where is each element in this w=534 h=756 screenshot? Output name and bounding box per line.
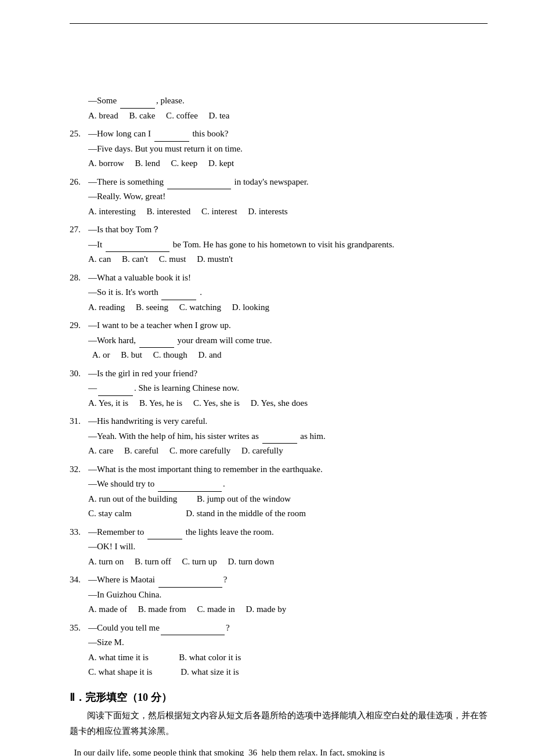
options-25: A. borrow B. lend C. keep D. kept — [70, 156, 488, 171]
options-31: A. care B. careful C. more carefully D. … — [70, 444, 488, 459]
q-text-32: —What is the most important thing to rem… — [88, 462, 323, 477]
question-30: 30. —Is the girl in red your friend? —. … — [70, 366, 488, 411]
q-num-35: 35. — [70, 621, 88, 636]
question-line-25: 25. —How long can I this book? — [70, 127, 488, 142]
question-line-31: 31. —His handwriting is very careful. — [70, 414, 488, 429]
options-32b: C. stay calm D. stand in the middle of t… — [70, 506, 488, 521]
q-text-33: —Remember to the lights leave the room. — [88, 525, 274, 540]
q-text-34: —Where is Maotai ? — [88, 573, 227, 588]
q-text-27: —Is that boy Tom？ — [88, 222, 160, 237]
q-num-30: 30. — [70, 366, 88, 381]
dialog-answer-29: —Work hard, your dream will come true. — [70, 333, 488, 348]
q-text-26: —There is something in today's newspaper… — [88, 175, 309, 190]
question-line-29: 29. —I want to be a teacher when I grow … — [70, 318, 488, 333]
question-29: 29. —I want to be a teacher when I grow … — [70, 318, 488, 363]
question-26: 26. —There is something in today's newsp… — [70, 175, 488, 219]
q-num-26: 26. — [70, 175, 88, 190]
blank-35 — [161, 635, 225, 635]
dialog-answer-32: —We should try to . — [70, 477, 488, 492]
q-num-27: 27. — [70, 222, 88, 237]
options-34: A. made of B. made from C. made in D. ma… — [70, 602, 488, 617]
q-text-29: —I want to be a teacher when I grow up. — [88, 318, 231, 333]
options-28: A. reading B. seeing C. watching D. look… — [70, 300, 488, 315]
question-continuation: —Some , please. A. bread B. cake C. coff… — [70, 93, 488, 123]
q-num-34: 34. — [70, 573, 88, 588]
dialog-answer-27: —It be Tom. He has gone to his hometown … — [70, 237, 488, 253]
question-33: 33. —Remember to the lights leave the ro… — [70, 525, 488, 570]
question-line-34: 34. —Where is Maotai ? — [70, 573, 488, 588]
question-27: 27. —Is that boy Tom？ —It be Tom. He has… — [70, 222, 488, 267]
blank-26 — [167, 189, 231, 189]
q-text-31: —His handwriting is very careful. — [88, 414, 207, 429]
dialog-answer-35: —Size M. — [70, 635, 488, 650]
question-28: 28. —What a valuable book it is! —So it … — [70, 271, 488, 315]
dialog-answer-25: —Five days. But you must return it on ti… — [70, 142, 488, 157]
q-num-25: 25. — [70, 127, 88, 142]
options-35b: C. what shape it is D. what size it is — [70, 665, 488, 680]
q-num-28: 28. — [70, 271, 88, 286]
question-35: 35. —Could you tell me? —Size M. A. what… — [70, 621, 488, 680]
options-33: A. turn on B. turn off C. turn up D. tur… — [70, 555, 488, 570]
dialog-answer-33: —OK! I will. — [70, 539, 488, 555]
q-num-33: 33. — [70, 525, 88, 540]
options-26: A. interesting B. interested C. interest… — [70, 204, 488, 219]
question-line-35: 35. —Could you tell me? — [70, 621, 488, 636]
question-line-30: 30. —Is the girl in red your friend? — [70, 366, 488, 381]
top-divider — [70, 23, 488, 24]
question-line-33: 33. —Remember to the lights leave the ro… — [70, 525, 488, 540]
dialog-answer-31: —Yeah. With the help of him, his sister … — [70, 429, 488, 444]
question-32: 32. —What is the most important thing to… — [70, 462, 488, 521]
blank-34 — [158, 587, 222, 588]
q-num-29: 29. — [70, 318, 88, 333]
question-31: 31. —His handwriting is very careful. —Y… — [70, 414, 488, 459]
q-text-28: —What a valuable book it is! — [88, 271, 191, 286]
dialog-answer-34: —In Guizhou China. — [70, 588, 488, 603]
q-text-35: —Could you tell me? — [88, 621, 230, 636]
q-text-30: —Is the girl in red your friend? — [88, 366, 197, 381]
q-num-32: 32. — [70, 462, 88, 477]
options-27: A. can B. can't C. must D. mustn't — [70, 252, 488, 267]
section2-header: Ⅱ．完形填空（10 分） — [70, 690, 488, 704]
question-25: 25. —How long can I this book? —Five day… — [70, 127, 488, 171]
question-line-32: 32. —What is the most important thing to… — [70, 462, 488, 477]
q-num-31: 31. — [70, 414, 88, 429]
question-line-26: 26. —There is something in today's newsp… — [70, 175, 488, 190]
question-line-27: 27. —Is that boy Tom？ — [70, 222, 488, 237]
options-35a: A. what time it is B. what color it is — [70, 650, 488, 665]
options-32a: A. run out of the building B. jump out o… — [70, 492, 488, 507]
section2-intro: 阅读下面短文，然后根据短文内容从短文后各题所给的选项中选择能填入相应空白处的最佳… — [70, 708, 488, 739]
options-30: A. Yes, it is B. Yes, he is C. Yes, she … — [70, 396, 488, 411]
question-line-28: 28. —What a valuable book it is! — [70, 271, 488, 286]
options-29: A. or B. but C. though D. and — [70, 348, 488, 363]
blank-36: 36 — [246, 748, 259, 757]
dialog-answer-26: —Really. Wow, great! — [70, 189, 488, 204]
options-line: A. bread B. cake C. coffee D. tea — [70, 109, 488, 124]
dialog-answer-28: —So it is. It's worth . — [70, 285, 488, 300]
dialog-line: —Some , please. — [70, 93, 488, 109]
question-34: 34. —Where is Maotai ? —In Guizhou China… — [70, 573, 488, 617]
blank-33 — [147, 539, 182, 539]
q-text-25: —How long can I this book? — [88, 127, 229, 142]
dialog-answer-30: —. She is learning Chinese now. — [70, 381, 488, 396]
passage-line1: In our daily life, some people think tha… — [70, 744, 488, 757]
